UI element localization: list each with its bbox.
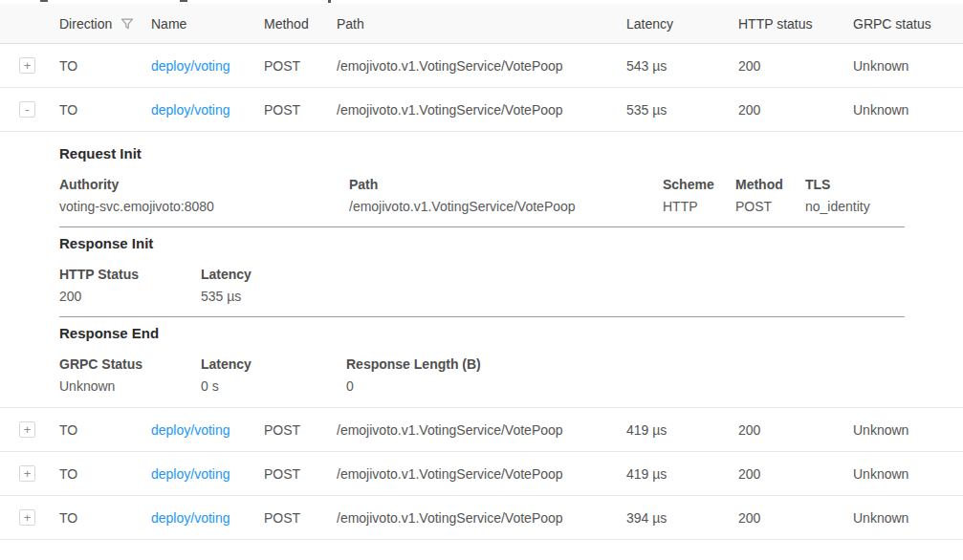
field-value: HTTP (663, 199, 735, 214)
resource-link[interactable]: deploy/voting (151, 510, 230, 526)
field-label: Path (349, 177, 663, 192)
grpc-status-cell: Unknown (853, 58, 963, 74)
field-label: Response Length (B) (346, 356, 905, 372)
direction-cell: TO (59, 510, 151, 526)
filter-funnel-icon[interactable] (120, 17, 134, 31)
http-status-cell: 200 (738, 58, 853, 74)
field-value: 0 (346, 378, 905, 394)
expand-row-button[interactable]: + (19, 421, 35, 438)
column-header-http-status: HTTP status (738, 16, 853, 32)
field-label: HTTP Status (59, 267, 201, 282)
field-http-status: HTTP Status 200 (59, 267, 201, 304)
grpc-status-cell: Unknown (853, 102, 963, 118)
latency-cell: 419 µs (626, 466, 738, 482)
request-init-title: Request Init (59, 145, 905, 162)
path-cell: /emojivoto.v1.VotingService/VotePoop (337, 510, 626, 526)
expand-row-button[interactable]: + (19, 57, 35, 74)
response-init-fields: HTTP Status 200 Latency 535 µs (59, 267, 905, 304)
column-header-grpc-status: GRPC status (853, 16, 963, 32)
request-init-fields: Authority voting-svc.emojivoto:8080 Path… (59, 177, 905, 214)
latency-cell: 394 µs (626, 510, 738, 526)
table-header-row: Direction Name Method Path Latency HTTP … (0, 4, 963, 44)
method-cell: POST (264, 58, 337, 74)
table-row-expanded: - TO deploy/voting POST /emojivoto.v1.Vo… (0, 88, 963, 132)
method-cell: POST (264, 422, 337, 438)
clipped-text-fragment (328, 0, 331, 3)
latency-cell: 535 µs (626, 102, 738, 118)
clipped-text-fragment (40, 0, 48, 2)
clipped-text-fragment (180, 0, 187, 2)
field-method: Method POST (735, 177, 805, 214)
response-end-fields: GRPC Status Unknown Latency 0 s Response… (59, 356, 905, 394)
table-row: + TO deploy/voting POST /emojivoto.v1.Vo… (0, 496, 963, 540)
collapse-row-button[interactable]: - (19, 101, 35, 118)
table-row: + TO deploy/voting POST /emojivoto.v1.Vo… (0, 452, 963, 496)
column-header-method: Method (264, 16, 337, 32)
path-cell: /emojivoto.v1.VotingService/VotePoop (337, 466, 626, 482)
response-init-title: Response Init (59, 235, 905, 251)
column-header-direction: Direction (59, 16, 151, 32)
direction-header-label: Direction (59, 16, 112, 32)
path-cell: /emojivoto.v1.VotingService/VotePoop (337, 58, 626, 74)
column-header-path: Path (337, 16, 626, 32)
response-end-title: Response End (59, 325, 905, 341)
direction-cell: TO (59, 58, 151, 74)
field-value: 535 µs (201, 289, 905, 304)
grpc-status-cell: Unknown (853, 510, 963, 526)
http-status-cell: 200 (738, 422, 853, 438)
grpc-status-cell: Unknown (853, 466, 963, 482)
latency-cell: 543 µs (626, 58, 738, 74)
method-cell: POST (264, 102, 337, 118)
field-value: Unknown (59, 378, 201, 394)
column-header-name: Name (151, 16, 264, 32)
resource-link[interactable]: deploy/voting (151, 58, 230, 74)
direction-cell: TO (59, 466, 151, 482)
http-status-cell: 200 (738, 510, 853, 526)
field-value: /emojivoto.v1.VotingService/VotePoop (349, 199, 663, 214)
field-latency: Latency 535 µs (201, 267, 905, 304)
direction-cell: TO (59, 422, 151, 438)
direction-cell: TO (59, 102, 151, 118)
field-grpc-status: GRPC Status Unknown (59, 356, 201, 394)
http-status-cell: 200 (738, 102, 853, 118)
resource-link[interactable]: deploy/voting (151, 102, 230, 118)
table-row: + TO deploy/voting POST /emojivoto.v1.Vo… (0, 44, 963, 88)
column-header-latency: Latency (626, 16, 738, 32)
resource-link[interactable]: deploy/voting (151, 466, 230, 482)
field-label: Scheme (663, 177, 735, 192)
path-cell: /emojivoto.v1.VotingService/VotePoop (337, 422, 626, 438)
tap-results-table: Direction Name Method Path Latency HTTP … (0, 4, 963, 540)
field-value: no_identity (805, 199, 905, 214)
field-label: Method (735, 177, 805, 192)
expand-row-button[interactable]: + (19, 509, 35, 526)
path-cell: /emojivoto.v1.VotingService/VotePoop (337, 102, 626, 118)
field-label: Latency (201, 356, 346, 372)
method-cell: POST (264, 510, 337, 526)
field-response-length: Response Length (B) 0 (346, 356, 905, 394)
expand-row-button[interactable]: + (19, 465, 35, 482)
field-latency: Latency 0 s (201, 356, 346, 394)
table-row: + TO deploy/voting POST /emojivoto.v1.Vo… (0, 408, 963, 452)
section-divider (59, 226, 905, 227)
field-label: TLS (805, 177, 905, 192)
field-value: 200 (59, 289, 201, 304)
resource-link[interactable]: deploy/voting (151, 422, 230, 438)
field-tls: TLS no_identity (805, 177, 905, 214)
clipped-content-above (0, 0, 963, 4)
row-detail-panel: Request Init Authority voting-svc.emojiv… (0, 132, 963, 408)
http-status-cell: 200 (738, 466, 853, 482)
field-label: Latency (201, 267, 905, 282)
grpc-status-cell: Unknown (853, 422, 963, 438)
method-cell: POST (264, 466, 337, 482)
field-label: Authority (59, 177, 349, 192)
field-label: GRPC Status (59, 356, 201, 372)
field-path: Path /emojivoto.v1.VotingService/VotePoo… (349, 177, 663, 214)
field-scheme: Scheme HTTP (663, 177, 735, 214)
field-value: 0 s (201, 378, 346, 394)
field-value: voting-svc.emojivoto:8080 (59, 199, 349, 214)
field-value: POST (735, 199, 805, 214)
field-authority: Authority voting-svc.emojivoto:8080 (59, 177, 349, 214)
latency-cell: 419 µs (626, 422, 738, 438)
section-divider (59, 316, 905, 317)
